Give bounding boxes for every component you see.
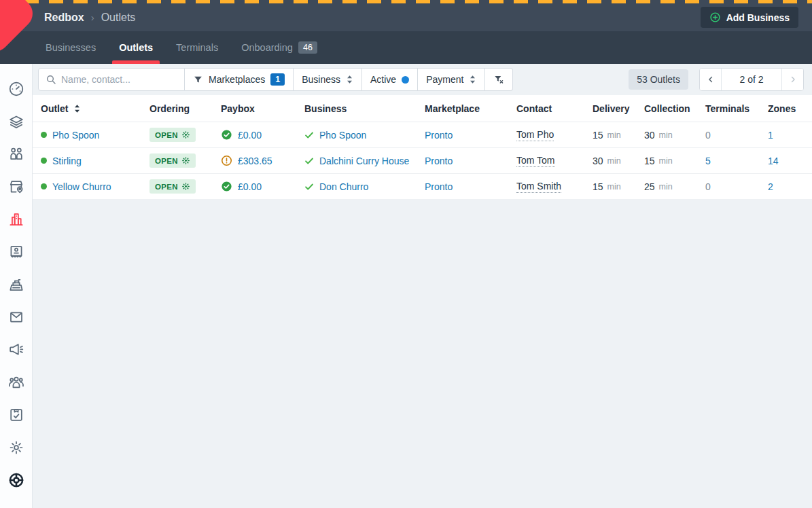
marketplace-link[interactable]: Pronto xyxy=(425,181,453,192)
sidebar-item-tasks[interactable] xyxy=(0,399,33,431)
tab-terminals[interactable]: Terminals xyxy=(175,31,219,64)
sidebar-item-mail[interactable] xyxy=(0,301,33,333)
filter-marketplaces[interactable]: Marketplaces 1 xyxy=(185,68,294,91)
sun-icon xyxy=(181,156,190,165)
sidebar-item-storefront[interactable] xyxy=(0,170,33,203)
outlet-link[interactable]: Stirling xyxy=(52,156,82,166)
contact-name[interactable]: Tom Smith xyxy=(516,181,561,193)
business-link[interactable]: Dalchini Curry House xyxy=(319,156,409,166)
check-circle-icon xyxy=(221,181,232,192)
collection-time: 30 xyxy=(644,130,655,141)
filter-active[interactable]: Active xyxy=(362,68,418,91)
contact-name[interactable]: Tom Tom xyxy=(516,155,555,167)
column-header-zones: Zones xyxy=(768,103,812,114)
delivery-time: 30 xyxy=(593,156,603,166)
terminals-count: 0 xyxy=(705,181,711,192)
outlet-link[interactable]: Pho Spoon xyxy=(52,130,99,141)
column-header-contact: Contact xyxy=(516,103,593,114)
chevron-right-icon xyxy=(788,75,798,84)
column-header-label: Collection xyxy=(644,103,690,114)
marketplace-link[interactable]: Pronto xyxy=(425,156,453,166)
tab-businesses[interactable]: Businesses xyxy=(44,31,97,64)
environment-banner xyxy=(0,0,812,3)
tab-bar: BusinessesOutletsTerminalsOnboarding46 xyxy=(0,31,812,64)
business-link[interactable]: Don Churro xyxy=(319,181,368,192)
tab-label: Businesses xyxy=(46,42,96,53)
filter-payment-label: Payment xyxy=(426,74,463,85)
delivery-unit: min xyxy=(607,156,621,166)
sidebar-item-partners[interactable] xyxy=(0,138,33,170)
plus-circle-icon xyxy=(709,12,721,23)
column-header-label: Delivery xyxy=(593,103,629,114)
funnel-icon xyxy=(193,75,203,85)
sort-icon xyxy=(73,104,81,113)
pagination-next-button[interactable] xyxy=(781,69,803,90)
breadcrumb-root[interactable]: Redbox xyxy=(44,12,84,24)
sidebar-item-business-stats[interactable] xyxy=(0,203,33,236)
add-business-button[interactable]: Add Business xyxy=(701,7,798,28)
sidebar-item-announcements[interactable] xyxy=(0,333,33,366)
filter-business[interactable]: Business xyxy=(294,68,362,91)
partners-icon xyxy=(7,145,25,163)
business-link[interactable]: Pho Spoon xyxy=(319,130,366,141)
outlet-link[interactable]: Yellow Churro xyxy=(52,181,111,192)
collection-unit: min xyxy=(659,182,673,192)
sidebar-item-support[interactable] xyxy=(0,464,33,496)
profile-icon xyxy=(7,504,25,508)
column-header-label: Outlet xyxy=(41,103,68,114)
sidebar-item-profile[interactable] xyxy=(0,496,33,508)
search-input[interactable] xyxy=(38,68,185,91)
column-header-paybox: Paybox xyxy=(221,103,304,114)
business-stats-icon xyxy=(7,211,25,228)
tab-outlets[interactable]: Outlets xyxy=(118,31,154,64)
tab-label: Outlets xyxy=(119,42,153,53)
column-header-marketplace: Marketplace xyxy=(425,103,516,114)
users-icon xyxy=(7,374,25,391)
sidebar-item-contact-card[interactable] xyxy=(0,236,33,268)
delivery-unit: min xyxy=(607,182,621,192)
ordering-status-badge: OPEN xyxy=(149,153,196,168)
outlets-table: OutletOrderingPayboxBusinessMarketplaceC… xyxy=(33,95,812,200)
column-header-ordering: Ordering xyxy=(149,103,221,114)
paybox-amount-link[interactable]: £0.00 xyxy=(238,130,262,141)
search-field[interactable] xyxy=(61,74,177,85)
sidebar-item-layers[interactable] xyxy=(0,105,33,138)
table-row: StirlingOPEN£303.65Dalchini Curry HouseP… xyxy=(33,148,812,174)
column-header-outlet[interactable]: Outlet xyxy=(33,103,149,114)
zones-count-link[interactable]: 14 xyxy=(768,156,779,166)
zones-count-link[interactable]: 2 xyxy=(768,181,773,192)
column-header-label: Zones xyxy=(768,103,796,114)
column-header-label: Business xyxy=(304,103,347,114)
sidebar-item-dashboard[interactable] xyxy=(0,73,33,105)
paybox-amount-link[interactable]: £303.65 xyxy=(238,156,272,166)
sidebar-item-settings[interactable] xyxy=(0,431,33,464)
breadcrumb-current: Outlets xyxy=(101,12,136,24)
sidebar-item-users[interactable] xyxy=(0,366,33,399)
contact-name[interactable]: Tom Pho xyxy=(516,129,554,141)
pagination-prev-button[interactable] xyxy=(700,69,722,90)
delivery-unit: min xyxy=(607,130,621,140)
table-row: Yellow ChurroOPEN£0.00Don ChurroProntoTo… xyxy=(33,174,812,200)
clear-filters-button[interactable] xyxy=(485,68,513,91)
sort-icon xyxy=(469,75,476,84)
marketplace-link[interactable]: Pronto xyxy=(425,130,453,141)
column-header-terminals: Terminals xyxy=(705,103,768,114)
terminals-count-link[interactable]: 5 xyxy=(705,156,711,166)
ordering-status-badge: OPEN xyxy=(149,179,196,194)
tab-onboarding[interactable]: Onboarding46 xyxy=(240,31,319,64)
paybox-amount-link[interactable]: £0.00 xyxy=(238,181,262,192)
check-icon xyxy=(304,157,314,165)
filter-payment[interactable]: Payment xyxy=(418,68,485,91)
filter-bar: Marketplaces 1 Business Active Payment xyxy=(33,64,812,95)
add-business-label: Add Business xyxy=(726,12,790,23)
pagination-label: 2 of 2 xyxy=(722,69,781,90)
terminals-count: 0 xyxy=(705,130,711,141)
check-icon xyxy=(304,183,314,191)
table-row: Pho SpoonOPEN£0.00Pho SpoonProntoTom Pho… xyxy=(33,122,812,148)
zones-count-link[interactable]: 1 xyxy=(768,130,773,141)
sidebar xyxy=(0,64,33,508)
column-header-label: Marketplace xyxy=(425,103,480,114)
ordering-status-badge: OPEN xyxy=(149,128,196,142)
settings-icon xyxy=(7,439,25,456)
sidebar-item-till[interactable] xyxy=(0,268,33,301)
